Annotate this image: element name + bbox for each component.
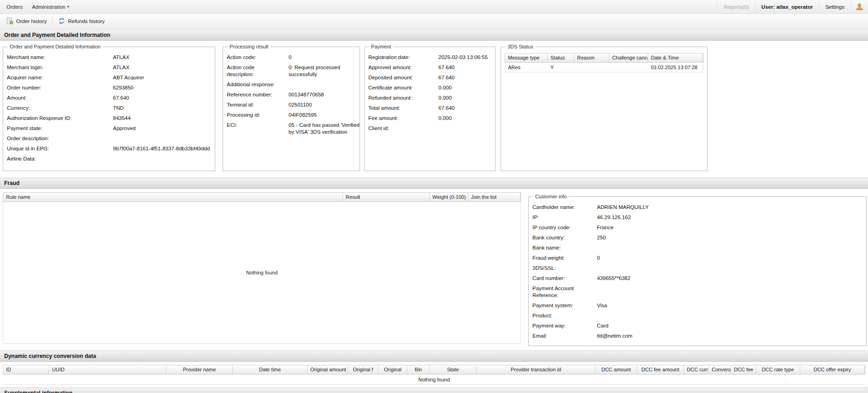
field-label: Cardholder name: (532, 204, 597, 211)
empty-text: Nothing found (246, 270, 278, 275)
order-info-legend: Order and Payment Detailed Information (8, 44, 103, 49)
processing-result-panel: Processing result Action code: 0 Action … (223, 44, 360, 171)
field-row: Fee amount: 0.000 (368, 115, 491, 122)
field-row: Approved amount: 67.640 (368, 64, 491, 71)
order-history-button[interactable]: Order history (2, 15, 51, 27)
field-label: Action code description: (227, 64, 289, 78)
user-avatar-icon[interactable] (850, 0, 868, 13)
field-row: Reference number: 001348770658 (227, 91, 356, 98)
menu-administration[interactable]: Administration ▾ (27, 0, 74, 13)
field-value: 02501100 (289, 101, 360, 108)
field-label: Airline Data: (7, 155, 113, 162)
threeds-grid-row[interactable]: ARes Y 03.02.2025 13:07:28 (505, 63, 703, 72)
field-label: Registration date: (368, 54, 438, 61)
column-header[interactable]: Original amount (307, 365, 348, 374)
field-row: Airline Data: (7, 155, 211, 162)
column-header[interactable]: DCC offer expiry (800, 365, 865, 374)
grid-cell: Y (548, 63, 574, 72)
field-label: Payment system: (532, 302, 597, 309)
column-header[interactable]: Original (378, 365, 407, 374)
column-header[interactable]: Rule name (3, 193, 343, 202)
field-value: 67.640 (438, 64, 491, 71)
field-value: 439655**6382 (597, 275, 862, 282)
column-header[interactable]: Conversi (709, 365, 731, 374)
grid-cell: 03.02.2025 13:07:28 (648, 63, 703, 72)
field-value (597, 244, 862, 251)
field-label: Payment way: (532, 322, 597, 329)
field-value: 0.000 (438, 95, 491, 101)
field-row: IP country code: France (532, 224, 862, 231)
field-label: Terminal id: (227, 101, 289, 108)
column-header[interactable]: Bin (407, 365, 430, 374)
dcc-grid-header: ID UUID Provider name Date time Original… (3, 365, 865, 375)
column-header[interactable]: Status (548, 54, 574, 62)
column-header[interactable]: Date & Time (648, 54, 703, 62)
field-row: Unique id in EPG: 9b7f00a7-8161-4f51-833… (7, 145, 211, 152)
field-row: Payment way: Card (532, 322, 862, 329)
field-value: ATLAX (113, 54, 211, 61)
field-label: 3DS/SSL: (532, 265, 597, 272)
field-row: Processing id: 04IF082595 (227, 112, 356, 119)
field-label: IP country code: (532, 224, 597, 231)
column-header[interactable]: DCC fee (731, 365, 756, 374)
field-value: 0 (289, 54, 360, 61)
field-value: 843544 (113, 115, 211, 122)
field-row: ECI: 05 - Card has passed 'Verified by V… (227, 122, 356, 136)
field-value: ADRIEN MARQUILLY (597, 204, 862, 211)
column-header[interactable]: UUID (49, 365, 166, 374)
column-header[interactable]: DCC curr (684, 365, 709, 374)
field-label: Client id: (368, 125, 438, 132)
field-row: Product: (532, 312, 862, 319)
column-header[interactable]: DCC rate type (756, 365, 800, 374)
field-label: Deposited amount: (368, 74, 438, 81)
threeds-grid: Message type Status Reason Challenge can… (505, 53, 703, 72)
detail-panels-row: Order and Payment Detailed Information M… (0, 41, 868, 178)
settings-button[interactable]: Settings (819, 0, 850, 13)
app-window: Orders Administration ▾ Reports(0) User:… (0, 0, 868, 393)
column-header[interactable]: Join the list (468, 193, 520, 202)
column-header[interactable]: ID (3, 365, 49, 374)
customer-info-panel: Customer info Cardholder name: ADRIEN MA… (528, 194, 867, 346)
fraud-grid-header: Rule name Result Weight (0-100) Join the… (3, 192, 521, 202)
field-value (597, 265, 862, 272)
section-header-dcc: Dynamic currency conversion data (0, 351, 868, 362)
field-value: ABT Acquirer (113, 74, 211, 81)
column-header[interactable]: Reason (574, 54, 609, 62)
field-value: 0: Request processed successfully (289, 64, 360, 78)
field-row: Action code description: 0: Request proc… (227, 64, 356, 78)
field-row: Deposited amount: 67.640 (368, 74, 491, 81)
column-header[interactable]: Provider name (166, 365, 233, 374)
order-history-icon (6, 18, 13, 24)
threeds-status-panel: 3DS Status Message type Status Reason Ch… (501, 44, 708, 171)
refunds-history-button[interactable]: Refunds history (54, 15, 109, 27)
column-header[interactable]: Provider transaction id (477, 365, 596, 374)
column-header[interactable]: Result (343, 193, 430, 202)
chevron-down-icon: ▾ (67, 5, 69, 9)
payment-fields: Registration date: 2025-02-03 13:06:55 A… (368, 54, 491, 132)
field-row: Acquirer name: ABT Acquirer (7, 74, 211, 81)
order-info-panel: Order and Payment Detailed Information M… (3, 44, 215, 171)
menu-administration-label: Administration (32, 4, 65, 10)
threeds-status-legend: 3DS Status (506, 44, 535, 49)
field-value: 04IF082595 (289, 112, 360, 119)
payment-legend: Payment (369, 44, 393, 49)
menu-orders[interactable]: Orders (2, 0, 27, 13)
processing-result-fields: Action code: 0 Action code description: … (227, 54, 356, 136)
reports-button[interactable]: Reports(0) (717, 0, 755, 13)
field-row: Bank country: 250 (532, 234, 862, 241)
section-header-supplemental: Supplemental information (0, 387, 868, 393)
field-label: Processing id: (227, 112, 289, 119)
column-header[interactable]: Weight (0-100) (430, 193, 468, 202)
field-row: Terminal id: 02501100 (227, 101, 356, 108)
column-header[interactable]: Original f (348, 365, 378, 374)
column-header[interactable]: State (430, 365, 477, 374)
column-header[interactable]: DCC amount (596, 365, 637, 374)
field-value: 0.000 (438, 115, 491, 122)
column-header[interactable]: Message type (505, 54, 548, 62)
threeds-grid-header: Message type Status Reason Challenge can… (505, 53, 703, 63)
column-header[interactable]: Challenge cancel (609, 54, 648, 62)
column-header[interactable]: Date time (233, 365, 307, 374)
menubar-right: Reports(0) User: atlax_operator Settings (717, 0, 868, 13)
column-header[interactable]: DCC fee amount (637, 365, 684, 374)
field-label: IP: (532, 214, 597, 221)
